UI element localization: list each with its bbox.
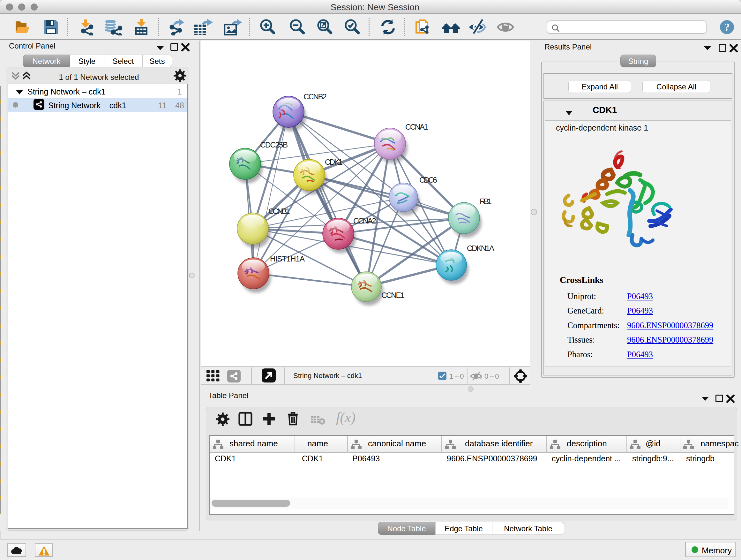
svg-text:RB1: RB1	[480, 197, 492, 206]
svg-text:CDC6: CDC6	[419, 176, 437, 184]
svg-text:CCNA2: CCNA2	[353, 216, 376, 225]
svg-text:CCNA1: CCNA1	[405, 123, 428, 131]
svg-text:HIST1H1A: HIST1H1A	[270, 254, 305, 263]
svg-text:CDKN1A: CDKN1A	[467, 244, 495, 253]
svg-text:?: ?	[724, 21, 730, 33]
svg-text:CDC25B: CDC25B	[260, 140, 288, 149]
svg-text:CDK1: CDK1	[325, 158, 343, 166]
svg-text:CCNB2: CCNB2	[304, 92, 327, 101]
svg-text:CCNB1: CCNB1	[268, 207, 290, 215]
svg-text:CCNE1: CCNE1	[381, 291, 405, 300]
